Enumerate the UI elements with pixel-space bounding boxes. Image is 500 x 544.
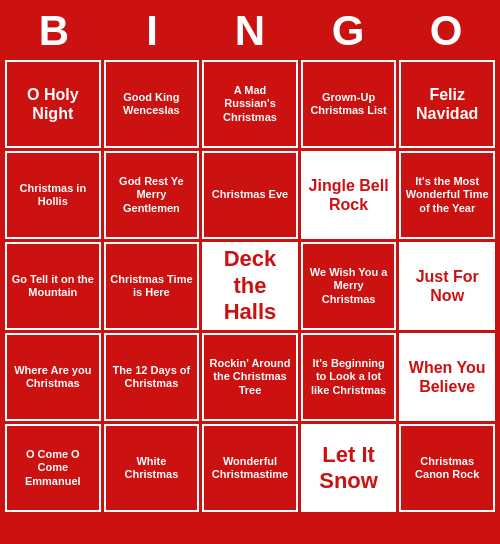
bingo-cell-18: It's Beginning to Look a lot like Christ… <box>301 333 397 421</box>
bingo-cell-10: Go Tell it on the Mountain <box>5 242 101 330</box>
bingo-cell-17: Rockin' Around the Christmas Tree <box>202 333 298 421</box>
bingo-cell-9: It's the Most Wonderful Time of the Year <box>399 151 495 239</box>
bingo-header: BINGO <box>5 6 495 56</box>
bingo-cell-4: Feliz Navidad <box>399 60 495 148</box>
bingo-cell-21: White Christmas <box>104 424 200 512</box>
bingo-letter-o: O <box>397 6 495 56</box>
bingo-letter-i: I <box>103 6 201 56</box>
bingo-letter-g: G <box>299 6 397 56</box>
bingo-letter-b: B <box>5 6 103 56</box>
bingo-grid: O Holy NightGood King WenceslasA Mad Rus… <box>5 60 495 512</box>
bingo-cell-2: A Mad Russian's Christmas <box>202 60 298 148</box>
bingo-cell-15: Where Are you Christmas <box>5 333 101 421</box>
bingo-cell-11: Christmas Time is Here <box>104 242 200 330</box>
bingo-cell-0: O Holy Night <box>5 60 101 148</box>
bingo-cell-6: God Rest Ye Merry Gentlemen <box>104 151 200 239</box>
bingo-cell-14: Just For Now <box>399 242 495 330</box>
bingo-letter-n: N <box>201 6 299 56</box>
bingo-cell-7: Christmas Eve <box>202 151 298 239</box>
bingo-cell-24: Christmas Canon Rock <box>399 424 495 512</box>
bingo-cell-23: Let It Snow <box>301 424 397 512</box>
bingo-cell-5: Christmas in Hollis <box>5 151 101 239</box>
bingo-cell-22: Wonderful Christmastime <box>202 424 298 512</box>
bingo-cell-13: We Wish You a Merry Christmas <box>301 242 397 330</box>
bingo-cell-20: O Come O Come Emmanuel <box>5 424 101 512</box>
bingo-cell-16: The 12 Days of Christmas <box>104 333 200 421</box>
bingo-cell-12: Deck the Halls <box>202 242 298 330</box>
bingo-cell-8: Jingle Bell Rock <box>301 151 397 239</box>
bingo-cell-1: Good King Wenceslas <box>104 60 200 148</box>
bingo-cell-3: Grown-Up Christmas List <box>301 60 397 148</box>
bingo-cell-19: When You Believe <box>399 333 495 421</box>
